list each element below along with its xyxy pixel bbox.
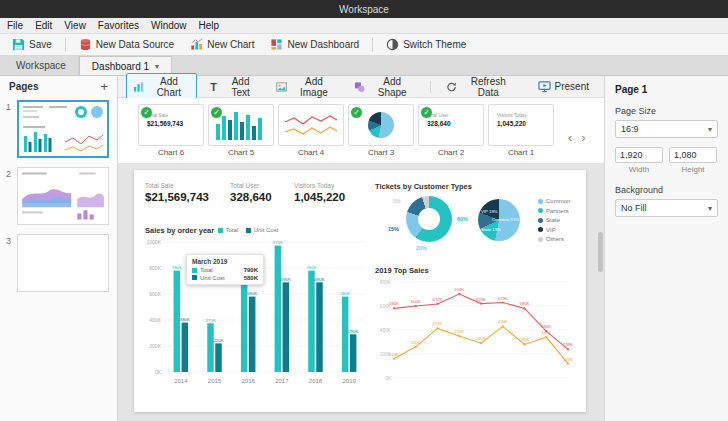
chart-5-label: Chart 5 — [228, 148, 254, 157]
page-properties-panel: Page 1 Page Size 16:9 ▾ Width Height Bac… — [604, 76, 728, 421]
menu-help[interactable]: Help — [199, 20, 220, 31]
add-image-icon — [276, 81, 287, 93]
legend-item-common[interactable]: Common — [538, 198, 570, 204]
canvas-toolbar: Add Chart T Add Text Add Image Add Shape… — [118, 76, 604, 98]
tab-dropdown-caret-icon[interactable]: ▾ — [155, 62, 159, 71]
present-button[interactable]: Present — [531, 77, 596, 96]
new-chart-button[interactable]: New Chart — [183, 36, 261, 53]
chart-6-thumbnail[interactable]: ✓ Total Sale $21,569,743 — [138, 104, 204, 146]
top-sales-line-chart[interactable]: 0K200K400K600K800K580K600K617K700K620K62… — [372, 272, 578, 388]
tab-dashboard-1-label: Dashboard 1 — [92, 61, 149, 72]
pages-panel: Pages + 1 2 — [0, 76, 118, 421]
menu-view[interactable]: View — [64, 20, 86, 31]
add-text-icon: T — [208, 81, 219, 93]
kpi-value: 328,640 — [230, 191, 272, 203]
add-chart-button[interactable]: Add Chart — [126, 73, 197, 101]
width-input[interactable] — [615, 147, 663, 163]
dashboard-page-canvas[interactable]: Total Sale $21,569,743 Total User 328,64… — [134, 170, 586, 412]
menu-favorites[interactable]: Favorites — [98, 20, 139, 31]
workspace-app: Workspace File Edit View Favorites Windo… — [0, 0, 728, 421]
legend-dot-icon — [538, 199, 543, 204]
preview-scrollbar[interactable] — [598, 168, 603, 415]
chart-1-label: Chart 1 — [508, 148, 534, 157]
legend-dot-icon — [538, 237, 543, 242]
chart-1-thumbnail[interactable]: ✓ Visitors Today 1,045,220 — [488, 104, 554, 146]
main-toolbar: Save New Data Source New Chart New Dashb… — [0, 34, 728, 56]
window-titlebar[interactable]: Workspace — [0, 0, 728, 18]
tooltip-series-value: 580K — [244, 275, 258, 281]
chart-5-thumbnail[interactable]: ✓ — [208, 104, 274, 146]
tooltip-series-value: 790K — [244, 267, 258, 273]
chart-1-kpi-value: 1,045,220 — [497, 120, 553, 127]
chart-4-thumbnail[interactable]: ✓ — [278, 104, 344, 146]
svg-text:220K: 220K — [213, 338, 223, 343]
add-page-button[interactable]: + — [100, 82, 108, 92]
legend-chip — [218, 228, 223, 233]
menu-file[interactable]: File — [7, 20, 23, 31]
check-icon: ✓ — [141, 107, 152, 118]
chevron-down-icon: ▾ — [708, 125, 712, 134]
kpi-total-user[interactable]: Total User 328,640 — [230, 182, 272, 203]
bar-legend-total[interactable]: Total — [218, 227, 238, 233]
save-label: Save — [29, 39, 52, 50]
strip-prev-button[interactable]: ‹ — [568, 130, 572, 145]
add-chart-label: Add Chart — [148, 76, 190, 98]
svg-text:430K: 430K — [498, 319, 508, 324]
switch-theme-button[interactable]: Switch Theme — [379, 36, 473, 53]
scrollbar-thumb[interactable] — [598, 232, 603, 272]
svg-text:2016: 2016 — [241, 378, 255, 384]
tickets-donut-chart[interactable] — [406, 196, 452, 242]
new-dashboard-button[interactable]: New Dashboard — [263, 36, 366, 53]
switch-theme-label: Switch Theme — [403, 39, 466, 50]
legend-item-vip[interactable]: VIP — [538, 227, 570, 233]
background-select[interactable]: No Fill ▾ — [615, 199, 718, 217]
kpi-visitors-today[interactable]: Visitors Today 1,045,220 — [294, 182, 345, 203]
add-image-button[interactable]: Add Image — [269, 73, 343, 101]
chart-2-thumbnail[interactable]: ✓ Total User 328,640 — [418, 104, 484, 146]
new-data-source-button[interactable]: New Data Source — [72, 36, 181, 53]
legend-item-others[interactable]: Others — [538, 236, 570, 242]
page-thumbnail-1[interactable] — [17, 100, 109, 158]
canvas-area: Add Chart T Add Text Add Image Add Shape… — [118, 76, 604, 421]
refresh-data-button[interactable]: Refresh Data — [439, 73, 523, 101]
svg-text:700K: 700K — [454, 287, 464, 292]
chart-strip: ✓ Total Sale $21,569,743 Chart 6 ✓ — [118, 98, 604, 164]
dashboard-icon — [270, 38, 283, 51]
chart-icon — [190, 38, 203, 51]
theme-icon — [386, 38, 399, 51]
height-input[interactable] — [669, 147, 717, 163]
svg-text:400K: 400K — [149, 317, 161, 323]
svg-text:690K: 690K — [314, 277, 324, 282]
add-shape-button[interactable]: Add Shape — [347, 73, 422, 101]
toolbar-separator — [65, 38, 66, 52]
svg-text:290K: 290K — [476, 336, 486, 341]
svg-text:2018: 2018 — [309, 378, 323, 384]
page-thumbnail-3[interactable] — [17, 234, 109, 292]
kpi-total-sale[interactable]: Total Sale $21,569,743 — [145, 182, 209, 203]
chart-2-label: Chart 2 — [438, 148, 464, 157]
legend-item-partners[interactable]: Partners — [538, 208, 570, 214]
add-shape-label: Add Shape — [369, 76, 415, 98]
page-number-1: 1 — [3, 100, 14, 158]
legend-item-state[interactable]: State — [538, 217, 570, 223]
chart-3-thumbnail[interactable]: ✓ — [348, 104, 414, 146]
page-thumbnail-2[interactable] — [17, 167, 109, 225]
svg-text:620K: 620K — [476, 297, 486, 302]
legend-label: Others — [546, 236, 564, 242]
page-size-select[interactable]: 16:9 ▾ — [615, 120, 718, 138]
bar-legend-unit-cost[interactable]: Unit Cost — [246, 227, 278, 233]
tab-workspace[interactable]: Workspace — [4, 56, 79, 75]
strip-next-button[interactable]: › — [581, 130, 585, 145]
svg-text:580K: 580K — [247, 291, 257, 296]
window-title: Workspace — [339, 4, 389, 15]
database-icon — [79, 38, 92, 51]
svg-text:375K: 375K — [205, 318, 215, 323]
pie-slice-label: State 13% — [481, 227, 501, 232]
menu-edit[interactable]: Edit — [35, 20, 52, 31]
svg-text:340K: 340K — [541, 330, 551, 335]
legend-chip — [192, 275, 197, 280]
menu-window[interactable]: Window — [151, 20, 187, 31]
svg-text:290K: 290K — [348, 329, 358, 334]
add-text-button[interactable]: T Add Text — [201, 73, 266, 101]
save-button[interactable]: Save — [5, 36, 59, 53]
